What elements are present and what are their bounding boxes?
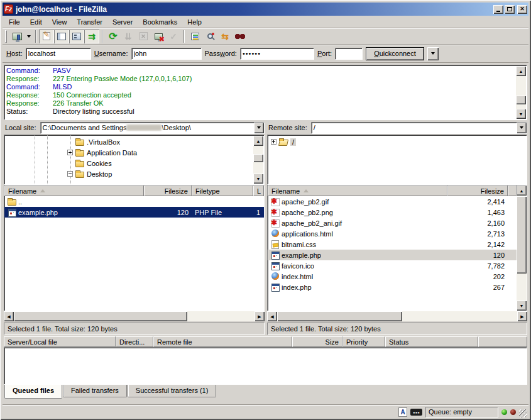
- file-row[interactable]: bitnami.css2,142: [268, 239, 527, 250]
- file-row[interactable]: example.php120: [268, 250, 527, 260]
- directory-comparison-button[interactable]: [202, 30, 217, 43]
- transfer-queue-list[interactable]: [4, 347, 527, 385]
- scroll-down-icon[interactable]: ▼: [517, 301, 527, 311]
- local-site-dropdown-button[interactable]: [254, 123, 264, 133]
- column-header-blank[interactable]: [508, 185, 517, 196]
- local-directory-tree[interactable]: .VirtualBox Application Data Cookies Des…: [4, 135, 265, 185]
- file-row[interactable]: apache_pb2.png1,463: [268, 207, 527, 218]
- column-header-remote-file[interactable]: Remote file: [153, 336, 292, 347]
- column-header-filename[interactable]: Filename: [268, 185, 447, 196]
- synchronized-browsing-button[interactable]: ⇆: [217, 30, 233, 43]
- toolbar-grip[interactable]: [5, 30, 7, 43]
- file-row[interactable]: index.html202: [268, 271, 527, 282]
- remote-site-dropdown-button[interactable]: [517, 123, 527, 133]
- column-header-size[interactable]: Size: [292, 336, 342, 347]
- remote-list-scrollbar[interactable]: ▲ ▼: [517, 185, 527, 311]
- scrollbar-thumb[interactable]: [253, 154, 263, 162]
- resize-grip[interactable]: [519, 409, 527, 417]
- tree-item[interactable]: Cookies: [4, 158, 253, 169]
- tab-failed-transfers[interactable]: Failed transfers: [63, 385, 127, 397]
- column-header-server-local-file[interactable]: Server/Local file: [4, 336, 116, 347]
- menu-edit[interactable]: Edit: [25, 16, 47, 28]
- column-header-status[interactable]: Status: [385, 336, 478, 347]
- file-row[interactable]: apache_pb2_ani.gif2,160: [268, 218, 527, 228]
- scroll-right-icon[interactable]: ▶: [517, 311, 527, 321]
- scroll-up-icon[interactable]: ▲: [253, 136, 263, 146]
- scroll-up-icon[interactable]: ▲: [516, 66, 526, 76]
- scroll-right-icon[interactable]: ▶: [255, 311, 265, 321]
- close-button[interactable]: ✕: [517, 5, 527, 14]
- file-row[interactable]: applications.html2,713: [268, 228, 527, 239]
- local-tree-scrollbar[interactable]: ▲ ▼: [253, 136, 263, 184]
- log-scrollbar[interactable]: ▲ ▼: [516, 66, 526, 119]
- message-log[interactable]: Command:PASV Response:227 Entering Passi…: [4, 65, 527, 120]
- remote-file-list[interactable]: Filename Filesize apache_pb2.gif2,414 ap…: [267, 185, 527, 311]
- toggle-local-tree-button[interactable]: [54, 30, 69, 43]
- cancel-operation-button[interactable]: ✕: [136, 30, 151, 43]
- column-header-priority[interactable]: Priority: [342, 336, 385, 347]
- username-input[interactable]: [131, 48, 202, 60]
- toggle-transfer-queue-button[interactable]: ⇉: [84, 30, 99, 43]
- local-file-list[interactable]: Filename Filesize Filetype L .. example.…: [4, 185, 265, 311]
- scroll-left-icon[interactable]: ◀: [4, 311, 14, 321]
- quickconnect-button[interactable]: Quickconnect: [366, 47, 424, 60]
- scroll-down-icon[interactable]: ▼: [516, 109, 526, 119]
- toggle-remote-tree-button[interactable]: [69, 30, 84, 43]
- tab-successful-transfers[interactable]: Successful transfers (1): [128, 385, 217, 397]
- port-input[interactable]: [335, 48, 363, 60]
- column-header-filename[interactable]: Filename: [4, 185, 144, 196]
- scrollbar-thumb[interactable]: [516, 96, 526, 104]
- reconnect-button[interactable]: ✓: [166, 30, 181, 43]
- local-list-hscrollbar[interactable]: ◀ ▶: [4, 311, 265, 321]
- column-header-filesize[interactable]: Filesize: [144, 185, 192, 196]
- menu-view[interactable]: View: [47, 16, 72, 28]
- menu-transfer[interactable]: Transfer: [72, 16, 107, 28]
- file-row[interactable]: example.php 120 PHP File 1: [4, 207, 264, 218]
- find-files-button[interactable]: [233, 30, 248, 43]
- file-row[interactable]: ..: [4, 196, 264, 207]
- titlebar[interactable]: Fz john@localhost - FileZilla ✕: [3, 3, 528, 16]
- site-manager-button[interactable]: [9, 30, 25, 43]
- scrollbar-thumb[interactable]: [517, 196, 527, 274]
- transfer-type-indicator-icon[interactable]: A: [398, 407, 407, 417]
- scroll-down-icon[interactable]: ▼: [253, 174, 263, 184]
- tab-queued-files[interactable]: Queued files: [4, 385, 62, 399]
- file-row[interactable]: apache_pb2.gif2,414: [268, 196, 527, 207]
- column-header-filesize[interactable]: Filesize: [447, 185, 508, 196]
- filename-filters-button[interactable]: [187, 30, 202, 43]
- column-header-lastmodified[interactable]: L: [253, 185, 264, 196]
- tree-item[interactable]: .VirtualBox: [4, 136, 253, 147]
- menu-help[interactable]: Help: [182, 16, 207, 28]
- remote-directory-tree[interactable]: /: [267, 135, 527, 185]
- remote-list-hscrollbar[interactable]: ◀ ▶: [267, 311, 527, 321]
- scrollbar-thumb[interactable]: [277, 311, 402, 321]
- tree-item[interactable]: Desktop: [4, 169, 253, 179]
- disconnect-button[interactable]: ✖: [151, 30, 166, 43]
- expand-icon[interactable]: [271, 139, 276, 145]
- process-queue-button[interactable]: ⇊: [121, 30, 136, 43]
- file-row[interactable]: favicon.ico7,782: [268, 260, 527, 271]
- menu-file[interactable]: File: [4, 16, 25, 28]
- scrollbar-thumb[interactable]: [14, 311, 187, 321]
- toggle-message-log-button[interactable]: [39, 30, 54, 43]
- host-input[interactable]: [26, 48, 91, 60]
- local-site-combobox[interactable]: C:\Documents and Settings\Desktop\: [40, 122, 265, 134]
- site-manager-dropdown-button[interactable]: [25, 30, 33, 43]
- scroll-up-icon[interactable]: ▲: [517, 185, 527, 196]
- remote-site-combobox[interactable]: /: [311, 122, 527, 134]
- minimize-button[interactable]: [493, 5, 503, 14]
- refresh-button[interactable]: ⟳: [106, 30, 121, 43]
- expand-icon[interactable]: [67, 150, 73, 155]
- column-header-direction[interactable]: Directi...: [116, 336, 153, 347]
- tree-item[interactable]: /: [268, 136, 527, 147]
- file-row[interactable]: index.php267: [268, 282, 527, 292]
- quickconnect-dropdown-button[interactable]: [427, 47, 439, 60]
- password-input[interactable]: [240, 48, 314, 60]
- speed-limits-icon[interactable]: ▪▪▪: [410, 409, 422, 416]
- collapse-icon[interactable]: [67, 171, 73, 177]
- menu-server[interactable]: Server: [107, 16, 138, 28]
- scroll-left-icon[interactable]: ◀: [267, 311, 277, 321]
- menu-bookmarks[interactable]: Bookmarks: [138, 16, 182, 28]
- column-header-filetype[interactable]: Filetype: [192, 185, 253, 196]
- maximize-button[interactable]: [505, 5, 515, 14]
